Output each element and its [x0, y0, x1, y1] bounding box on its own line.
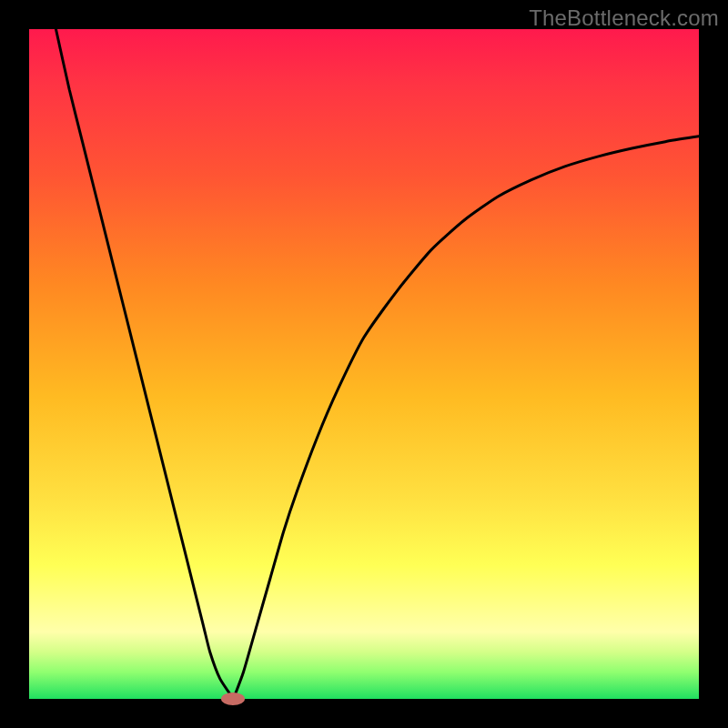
- plot-area: [29, 29, 699, 699]
- watermark-text: TheBottleneck.com: [529, 5, 719, 31]
- optimum-marker: [221, 693, 245, 705]
- bottleneck-curve: [29, 29, 699, 699]
- chart-frame: TheBottleneck.com: [0, 0, 728, 728]
- curve-path: [56, 29, 699, 699]
